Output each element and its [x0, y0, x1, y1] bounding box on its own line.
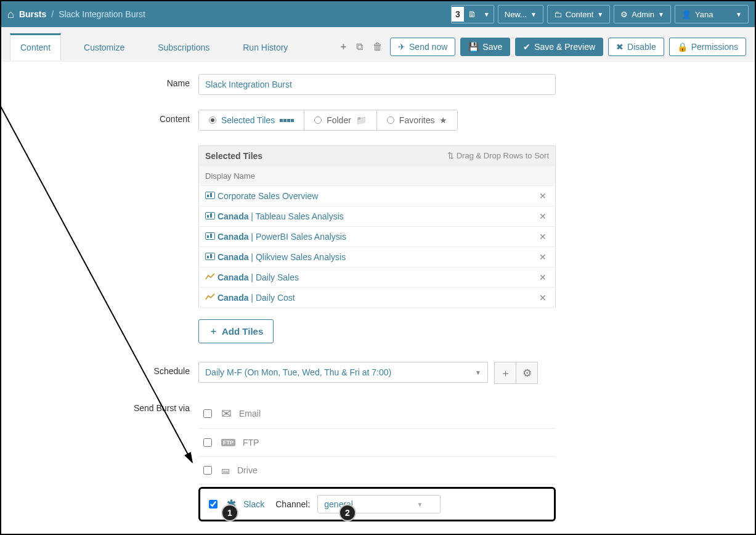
user-dropdown[interactable]: 👤 Yana ▼	[675, 5, 749, 23]
via-ftp-checkbox[interactable]	[203, 438, 212, 447]
delete-icon-button[interactable]	[370, 39, 385, 55]
via-email-checkbox[interactable]	[203, 409, 212, 418]
add-tiles-label: Add Tiles	[222, 326, 263, 337]
table-row[interactable]: Canada | Daily Sales✕	[199, 268, 556, 288]
chart-icon	[205, 192, 215, 199]
via-drive[interactable]: 🖴 Drive	[198, 457, 556, 484]
via-slack[interactable]: Slack Channel: general ▼	[198, 487, 556, 521]
notifications-dropdown[interactable]: 3 🗎 ▼	[451, 5, 494, 23]
via-ftp[interactable]: FTP FTP	[198, 429, 556, 457]
drive-icon: 🖴	[221, 465, 230, 475]
chevron-down-icon: ▼	[475, 369, 481, 376]
remove-tile-button[interactable]: ✕	[531, 227, 556, 247]
top-bar: ⌂ Bursts / Slack Integration Burst 3 🗎 ▼…	[1, 1, 755, 27]
send-via-list: Email FTP FTP 🖴 Drive Slack Channel: gen…	[198, 399, 556, 521]
main-content: Name Content Selected Tiles Folder Favor…	[1, 62, 755, 535]
table-row[interactable]: Canada | Qlikview Sales Analysis✕	[199, 247, 556, 268]
tab-subscriptions[interactable]: Subscriptions	[147, 33, 220, 60]
segment-selected-tiles[interactable]: Selected Tiles	[199, 110, 304, 130]
via-slack-checkbox[interactable]	[209, 500, 217, 508]
segment-favorites[interactable]: Favorites	[376, 110, 458, 130]
tiles-header: Selected Tiles	[205, 151, 262, 161]
tab-content[interactable]: Content	[10, 33, 61, 60]
tile-link[interactable]: Corporate Sales Overview	[217, 191, 318, 201]
document-icon: 🗎	[464, 9, 480, 19]
home-icon[interactable]: ⌂	[7, 8, 14, 21]
tile-link[interactable]: Canada | Daily Cost	[217, 293, 295, 303]
table-row[interactable]: Corporate Sales Overview✕	[199, 186, 556, 206]
save-icon: 💾	[468, 42, 479, 52]
remove-tile-button[interactable]: ✕	[531, 206, 556, 227]
remove-tile-button[interactable]: ✕	[531, 186, 556, 206]
lock-icon: 🔒	[677, 42, 688, 52]
tile-link[interactable]: Canada | Tableau Sales Analysis	[217, 211, 344, 221]
add-icon-button[interactable]	[338, 39, 349, 55]
send-now-button[interactable]: ✈ Send now	[390, 38, 455, 56]
schedule-add-button[interactable]: ＋	[494, 362, 516, 384]
admin-label: Admin	[632, 10, 654, 19]
table-row[interactable]: Canada | PowerBI Sales Analysis✕	[199, 227, 556, 247]
table-row[interactable]: Canada | Tableau Sales Analysis✕	[199, 206, 556, 227]
check-icon: ✔	[523, 42, 530, 52]
line-chart-icon	[205, 273, 215, 280]
segment-favorites-label: Favorites	[399, 115, 435, 125]
new-dropdown[interactable]: New...▼	[498, 5, 543, 23]
content-dropdown[interactable]: 🗀 Content▼	[547, 5, 610, 23]
tiles-icon	[280, 119, 294, 122]
save-button[interactable]: 💾 Save	[460, 38, 510, 56]
tile-link[interactable]: Canada | PowerBI Sales Analysis	[217, 232, 346, 242]
chart-icon	[205, 232, 215, 240]
content-source-label: Content	[20, 110, 198, 124]
name-label: Name	[20, 74, 198, 88]
name-input[interactable]	[198, 74, 556, 95]
radio-on-icon	[209, 116, 216, 124]
chevron-down-icon: ▼	[417, 501, 423, 508]
via-email[interactable]: Email	[198, 399, 556, 429]
remove-tile-button[interactable]: ✕	[531, 268, 556, 288]
schedule-value: Daily M-F (On Mon, Tue, Wed, Thu & Fri a…	[205, 367, 391, 377]
via-ftp-label: FTP	[243, 438, 259, 447]
line-chart-icon	[205, 293, 215, 301]
chevron-down-icon: ▼	[736, 11, 742, 18]
chevron-down-icon: ▼	[530, 11, 537, 18]
tab-customize[interactable]: Customize	[73, 33, 135, 60]
gear-icon	[620, 10, 628, 19]
send-icon: ✈	[398, 42, 405, 52]
tab-run-history[interactable]: Run History	[232, 33, 298, 60]
permissions-label: Permissions	[691, 42, 738, 52]
table-row[interactable]: Canada | Daily Cost✕	[199, 288, 556, 308]
admin-dropdown[interactable]: Admin▼	[614, 5, 671, 23]
save-label: Save	[482, 42, 502, 52]
segment-selected-tiles-label: Selected Tiles	[221, 115, 275, 125]
remove-tile-button[interactable]: ✕	[531, 288, 556, 308]
ftp-icon: FTP	[221, 439, 235, 446]
save-preview-button[interactable]: ✔ Save & Preview	[515, 38, 603, 56]
copy-icon-button[interactable]	[354, 39, 365, 55]
notifications-count: 3	[452, 7, 464, 22]
remove-tile-button[interactable]: ✕	[531, 247, 556, 268]
radio-off-icon	[387, 116, 394, 124]
via-drive-checkbox[interactable]	[203, 466, 212, 475]
tile-link[interactable]: Canada | Qlikview Sales Analysis	[217, 252, 346, 262]
channel-label: Channel:	[275, 499, 310, 509]
tile-link[interactable]: Canada | Daily Sales	[217, 272, 299, 282]
segment-folder[interactable]: Folder	[304, 110, 376, 130]
save-preview-label: Save & Preview	[534, 42, 595, 52]
sort-hint: ⇅ Drag & Drop Rows to Sort	[447, 151, 549, 160]
breadcrumb-root[interactable]: Bursts	[19, 9, 46, 19]
disable-button[interactable]: ✖ Disable	[608, 38, 664, 56]
disable-icon: ✖	[616, 42, 624, 52]
add-tiles-button[interactable]: ＋ Add Tiles	[198, 319, 274, 343]
breadcrumb-current: Slack Integration Burst	[59, 9, 145, 19]
user-icon: 👤	[681, 10, 691, 19]
chart-icon	[205, 253, 215, 260]
star-icon	[439, 115, 447, 125]
user-name: Yana	[695, 10, 713, 19]
annotation-badge-1: 1	[221, 504, 238, 521]
schedule-dropdown[interactable]: Daily M-F (On Mon, Tue, Wed, Thu & Fri a…	[198, 362, 488, 383]
permissions-button[interactable]: 🔒 Permissions	[669, 38, 746, 56]
schedule-settings-button[interactable]	[516, 362, 538, 384]
channel-dropdown[interactable]: general ▼	[317, 495, 441, 513]
tab-bar: Content Customize Subscriptions Run Hist…	[1, 27, 755, 62]
folder-icon	[356, 115, 367, 125]
